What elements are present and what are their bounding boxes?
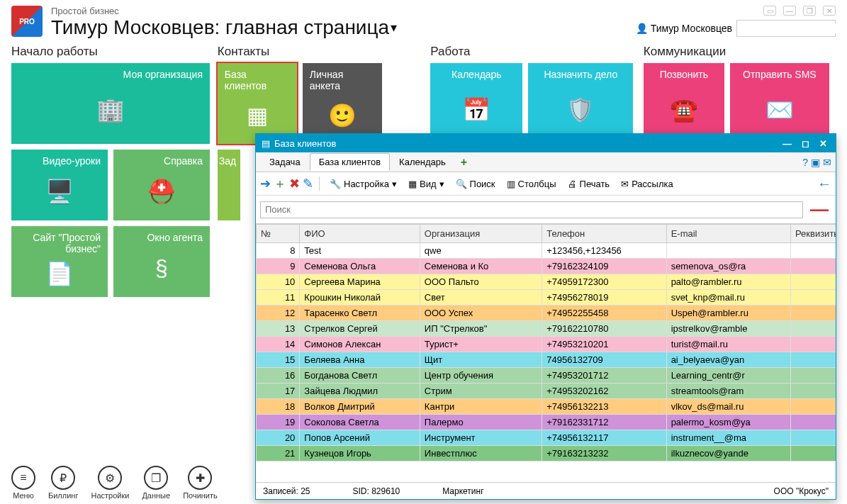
tile-site[interactable]: Сайт "Простой бизнес" 📄 bbox=[11, 226, 108, 297]
table-row[interactable]: 12Тарасенко СветлООО Успех+74952255458Us… bbox=[257, 306, 836, 321]
cell: svet_knp@mail.ru bbox=[666, 290, 790, 306]
search-button[interactable]: 🔍Поиск bbox=[451, 177, 500, 191]
tile-label: Позвонить bbox=[651, 69, 717, 80]
col-tel[interactable]: Телефон bbox=[542, 225, 666, 243]
add-tab-icon[interactable]: + bbox=[455, 156, 473, 169]
firstaid-icon: ✚ bbox=[188, 466, 212, 490]
help-icon[interactable]: ? bbox=[802, 157, 808, 168]
tile-help[interactable]: Справка ⛑️ bbox=[113, 150, 210, 220]
tile-my-org[interactable]: Моя организация 🏢 bbox=[11, 63, 210, 144]
edit-icon[interactable]: ✎ bbox=[303, 176, 313, 191]
search-icon: 🔍 bbox=[456, 179, 467, 189]
collapse-icon[interactable]: — bbox=[807, 198, 831, 220]
cell bbox=[790, 306, 836, 321]
table-row[interactable]: 9Семенова ОльгаСеменова и Ко+79162324109… bbox=[257, 259, 836, 274]
tile-client-db[interactable]: База клиентов ▦ bbox=[218, 63, 297, 144]
delete-icon[interactable]: ✖ bbox=[289, 176, 300, 191]
tile-label: Личная анкета bbox=[310, 69, 375, 91]
cell: instrument__@ma bbox=[666, 430, 790, 446]
table-row[interactable]: 20Попов АрсенийИнструмент+74956132117ins… bbox=[257, 430, 836, 446]
tile-call[interactable]: Позвонить ☎️ bbox=[644, 63, 724, 144]
current-user[interactable]: 👤 Тимур Московцев bbox=[636, 23, 732, 34]
tile-label: База клиентов bbox=[225, 69, 290, 91]
tab-task[interactable]: Задача bbox=[260, 153, 310, 171]
minimize-icon[interactable]: — bbox=[783, 6, 796, 16]
table-row[interactable]: 14Симонов АлексанТурист++74953210201turi… bbox=[257, 337, 836, 352]
app-logo: PRO bbox=[11, 6, 43, 37]
table-row[interactable]: 17Зайцева ЛюдмилСтрим+74953202162streamt… bbox=[257, 383, 836, 399]
bottom-settings[interactable]: ⚙Настройки bbox=[91, 466, 129, 500]
table-row[interactable]: 18Волков ДмитрийКантри+74956132213vlkov_… bbox=[257, 399, 836, 415]
cell: streamtools@ram bbox=[666, 383, 790, 399]
cell: Инструмент bbox=[420, 430, 542, 446]
mail-icon[interactable]: ✉ bbox=[823, 157, 831, 168]
tile-agent[interactable]: Окно агента § bbox=[113, 226, 210, 297]
table-search-input[interactable] bbox=[260, 201, 803, 218]
tile-assign[interactable]: Назначить дело 🛡️ bbox=[528, 63, 633, 144]
win-minimize-icon[interactable]: — bbox=[780, 138, 795, 149]
horizontal-scrollbar[interactable] bbox=[256, 469, 836, 482]
bottom-label: Данные bbox=[142, 491, 170, 500]
cell: 74956132709 bbox=[542, 352, 666, 368]
battery-icon: ▭ bbox=[763, 6, 776, 16]
table-row[interactable]: 15Беляева АннаЩит74956132709ai_belyaeva@… bbox=[257, 352, 836, 368]
tab-client-db[interactable]: База клиентов bbox=[310, 153, 390, 171]
calendar-icon: 📅 bbox=[437, 80, 515, 140]
close-icon[interactable]: ✕ bbox=[823, 6, 836, 16]
cell: 19 bbox=[257, 415, 300, 430]
table-row[interactable]: 10Сергеева МаринаООО Пальто+74959172300p… bbox=[257, 274, 836, 290]
cell: ai_belyaeva@yan bbox=[666, 352, 790, 368]
col-num[interactable]: № bbox=[257, 225, 300, 243]
table-row[interactable]: 19Соколова СветлаПалермо+79162331712pale… bbox=[257, 415, 836, 430]
pin-icon[interactable]: ▣ bbox=[811, 157, 820, 168]
view-button[interactable]: ▦Вид▾ bbox=[404, 177, 449, 191]
global-search-input[interactable] bbox=[737, 23, 847, 33]
columns-button[interactable]: ▥Столбцы bbox=[503, 177, 561, 191]
table-row[interactable]: 8Testqwe+123456,+123456 bbox=[257, 243, 836, 259]
client-db-window: ▤ База клиентов — ◻ ✕ Задача База клиент… bbox=[255, 133, 836, 500]
bottom-menu[interactable]: ≡Меню bbox=[11, 466, 35, 500]
cell: 14 bbox=[257, 337, 300, 352]
add-icon[interactable]: ＋ bbox=[274, 175, 286, 192]
cell: +123456,+123456 bbox=[542, 243, 666, 259]
maximize-icon[interactable]: ❐ bbox=[803, 6, 816, 16]
tile-video[interactable]: Видео-уроки 🖥️ bbox=[11, 150, 108, 220]
status-records: Записей: 25 bbox=[263, 486, 310, 496]
back-arrow-icon[interactable]: ← bbox=[817, 176, 831, 192]
go-icon[interactable]: ➔ bbox=[260, 176, 271, 191]
page-title[interactable]: Тимур Московцев: главная страница ▾ bbox=[51, 16, 636, 39]
cell: palto@rambler.ru bbox=[666, 274, 790, 290]
col-fio[interactable]: ФИО bbox=[300, 225, 420, 243]
tile-label: Справка bbox=[120, 155, 203, 167]
cell: Палермо bbox=[420, 415, 542, 430]
chevron-down-icon[interactable]: ▾ bbox=[391, 20, 397, 35]
cell bbox=[790, 321, 836, 337]
cell: +74953201712 bbox=[542, 368, 666, 383]
tile-calendar[interactable]: Календарь 📅 bbox=[430, 63, 522, 144]
tab-calendar[interactable]: Календарь bbox=[390, 153, 455, 171]
cell: Стрим bbox=[420, 383, 542, 399]
tile-profile[interactable]: Личная анкета 🙂 bbox=[303, 63, 382, 144]
col-email[interactable]: E-mail bbox=[666, 225, 790, 243]
print-button[interactable]: 🖨Печать bbox=[563, 177, 615, 191]
table-row[interactable]: 21Кузнецов ИгорьИнвестплюс+79163213232il… bbox=[257, 446, 836, 461]
col-org[interactable]: Организация bbox=[420, 225, 542, 243]
global-search[interactable]: 🔍 bbox=[736, 20, 836, 37]
table-row[interactable]: 16Богданова СветлЦентр обучения+74953201… bbox=[257, 368, 836, 383]
mailing-button[interactable]: ✉Рассылка bbox=[617, 177, 678, 191]
win-maximize-icon[interactable]: ◻ bbox=[799, 138, 812, 149]
cell: +79163213232 bbox=[542, 446, 666, 461]
bottom-fix[interactable]: ✚Починить bbox=[183, 466, 218, 500]
win-close-icon[interactable]: ✕ bbox=[817, 138, 830, 149]
cell: ipstrelkov@ramble bbox=[666, 321, 790, 337]
app-subtitle: Простой бизнес bbox=[51, 6, 636, 16]
tile-sms[interactable]: Отправить SMS ✉️ bbox=[730, 63, 829, 144]
col-req[interactable]: Реквизиты bbox=[790, 225, 836, 243]
table-row[interactable]: 13Стрелков СергейИП "Стрелков"+791622107… bbox=[257, 321, 836, 337]
table-row[interactable]: 11Крошкин НиколайСвет+74956278019svet_kn… bbox=[257, 290, 836, 306]
setup-button[interactable]: 🔧Настройка▾ bbox=[325, 177, 401, 191]
bottom-billing[interactable]: ₽Биллинг bbox=[48, 466, 78, 500]
tile-tasks-truncated[interactable]: Зад bbox=[218, 150, 240, 220]
cell: Волков Дмитрий bbox=[300, 399, 420, 415]
bottom-data[interactable]: ❐Данные bbox=[142, 466, 170, 500]
